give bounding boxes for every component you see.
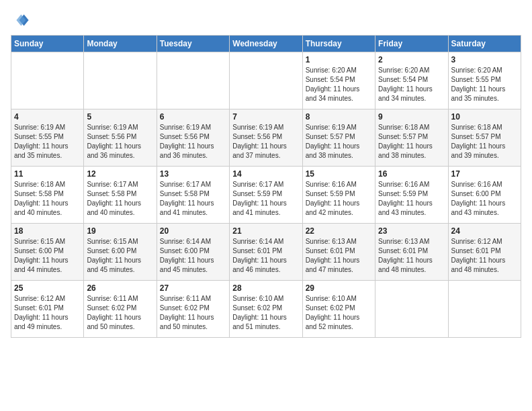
calendar-cell: 5Sunrise: 6:19 AM Sunset: 5:56 PM Daylig… xyxy=(84,109,157,167)
day-number: 20 xyxy=(160,226,226,236)
cell-info: Sunrise: 6:20 AM Sunset: 5:54 PM Dayligh… xyxy=(306,66,372,103)
day-number: 3 xyxy=(451,55,518,64)
calendar-week-row: 18Sunrise: 6:15 AM Sunset: 6:00 PM Dayli… xyxy=(11,224,521,281)
calendar-cell: 13Sunrise: 6:17 AM Sunset: 5:58 PM Dayli… xyxy=(157,167,229,224)
day-number: 21 xyxy=(232,226,299,236)
day-number: 13 xyxy=(160,169,226,179)
calendar-cell: 19Sunrise: 6:15 AM Sunset: 6:00 PM Dayli… xyxy=(84,224,157,281)
calendar-cell: 17Sunrise: 6:16 AM Sunset: 6:00 PM Dayli… xyxy=(448,167,521,224)
calendar-header-row: SundayMondayTuesdayWednesdayThursdayFrid… xyxy=(11,36,521,52)
cell-info: Sunrise: 6:16 AM Sunset: 5:59 PM Dayligh… xyxy=(378,180,445,218)
calendar-cell: 29Sunrise: 6:10 AM Sunset: 6:02 PM Dayli… xyxy=(302,281,375,338)
calendar-cell xyxy=(230,52,302,109)
header-day: Sunday xyxy=(11,36,84,52)
calendar-cell: 23Sunrise: 6:13 AM Sunset: 6:01 PM Dayli… xyxy=(375,224,448,281)
calendar-week-row: 25Sunrise: 6:12 AM Sunset: 6:01 PM Dayli… xyxy=(11,281,521,338)
cell-info: Sunrise: 6:17 AM Sunset: 5:59 PM Dayligh… xyxy=(232,180,299,218)
calendar-cell: 27Sunrise: 6:11 AM Sunset: 6:02 PM Dayli… xyxy=(157,281,229,338)
calendar-cell: 18Sunrise: 6:15 AM Sunset: 6:00 PM Dayli… xyxy=(11,224,84,281)
calendar-cell: 16Sunrise: 6:16 AM Sunset: 5:59 PM Dayli… xyxy=(375,167,448,224)
cell-info: Sunrise: 6:19 AM Sunset: 5:56 PM Dayligh… xyxy=(160,123,226,161)
day-number: 24 xyxy=(451,226,518,236)
calendar-cell: 4Sunrise: 6:19 AM Sunset: 5:55 PM Daylig… xyxy=(11,109,84,167)
calendar-cell: 3Sunrise: 6:20 AM Sunset: 5:55 PM Daylig… xyxy=(448,52,521,109)
cell-info: Sunrise: 6:18 AM Sunset: 5:57 PM Dayligh… xyxy=(451,123,518,161)
cell-info: Sunrise: 6:12 AM Sunset: 6:01 PM Dayligh… xyxy=(14,294,81,332)
cell-info: Sunrise: 6:19 AM Sunset: 5:57 PM Dayligh… xyxy=(306,123,372,161)
calendar-cell xyxy=(375,281,448,338)
day-number: 14 xyxy=(232,169,299,179)
cell-info: Sunrise: 6:14 AM Sunset: 6:01 PM Dayligh… xyxy=(232,237,299,275)
calendar-cell xyxy=(448,281,521,338)
calendar-cell: 2Sunrise: 6:20 AM Sunset: 5:54 PM Daylig… xyxy=(375,52,448,109)
day-number: 17 xyxy=(451,169,518,179)
calendar-cell xyxy=(157,52,229,109)
calendar-cell: 12Sunrise: 6:17 AM Sunset: 5:58 PM Dayli… xyxy=(84,167,157,224)
day-number: 6 xyxy=(160,112,226,122)
cell-info: Sunrise: 6:10 AM Sunset: 6:02 PM Dayligh… xyxy=(306,294,372,332)
cell-info: Sunrise: 6:11 AM Sunset: 6:02 PM Dayligh… xyxy=(87,294,153,332)
day-number: 22 xyxy=(306,226,372,236)
header-day: Thursday xyxy=(302,36,375,52)
cell-info: Sunrise: 6:15 AM Sunset: 6:00 PM Dayligh… xyxy=(14,237,81,275)
cell-info: Sunrise: 6:19 AM Sunset: 5:56 PM Dayligh… xyxy=(87,123,153,161)
cell-info: Sunrise: 6:12 AM Sunset: 6:01 PM Dayligh… xyxy=(451,237,518,275)
header-day: Friday xyxy=(375,36,448,52)
day-number: 5 xyxy=(87,112,153,122)
calendar-week-row: 1Sunrise: 6:20 AM Sunset: 5:54 PM Daylig… xyxy=(11,52,521,109)
header-day: Tuesday xyxy=(157,36,229,52)
day-number: 18 xyxy=(14,226,81,236)
calendar-cell: 25Sunrise: 6:12 AM Sunset: 6:01 PM Dayli… xyxy=(11,281,84,338)
day-number: 28 xyxy=(232,283,299,293)
calendar-cell: 22Sunrise: 6:13 AM Sunset: 6:01 PM Dayli… xyxy=(302,224,375,281)
calendar-cell: 10Sunrise: 6:18 AM Sunset: 5:57 PM Dayli… xyxy=(448,109,521,167)
cell-info: Sunrise: 6:14 AM Sunset: 6:00 PM Dayligh… xyxy=(160,237,226,275)
cell-info: Sunrise: 6:17 AM Sunset: 5:58 PM Dayligh… xyxy=(160,180,226,218)
cell-info: Sunrise: 6:13 AM Sunset: 6:01 PM Dayligh… xyxy=(306,237,372,275)
day-number: 27 xyxy=(160,283,226,293)
calendar-cell: 26Sunrise: 6:11 AM Sunset: 6:02 PM Dayli… xyxy=(84,281,157,338)
calendar-cell: 1Sunrise: 6:20 AM Sunset: 5:54 PM Daylig… xyxy=(302,52,375,109)
cell-info: Sunrise: 6:20 AM Sunset: 5:54 PM Dayligh… xyxy=(378,66,445,103)
header-day: Monday xyxy=(84,36,157,52)
header xyxy=(11,11,521,30)
day-number: 11 xyxy=(14,169,81,179)
header-day: Wednesday xyxy=(230,36,302,52)
logo xyxy=(11,11,32,30)
calendar-cell xyxy=(11,52,84,109)
calendar-body: 1Sunrise: 6:20 AM Sunset: 5:54 PM Daylig… xyxy=(11,52,521,338)
calendar-cell: 11Sunrise: 6:18 AM Sunset: 5:58 PM Dayli… xyxy=(11,167,84,224)
calendar-cell: 15Sunrise: 6:16 AM Sunset: 5:59 PM Dayli… xyxy=(302,167,375,224)
calendar-cell: 6Sunrise: 6:19 AM Sunset: 5:56 PM Daylig… xyxy=(157,109,229,167)
calendar-cell: 14Sunrise: 6:17 AM Sunset: 5:59 PM Dayli… xyxy=(230,167,302,224)
day-number: 8 xyxy=(306,112,372,122)
day-number: 7 xyxy=(232,112,299,122)
cell-info: Sunrise: 6:19 AM Sunset: 5:56 PM Dayligh… xyxy=(232,123,299,161)
cell-info: Sunrise: 6:11 AM Sunset: 6:02 PM Dayligh… xyxy=(160,294,226,332)
cell-info: Sunrise: 6:18 AM Sunset: 5:57 PM Dayligh… xyxy=(378,123,445,161)
calendar-cell: 24Sunrise: 6:12 AM Sunset: 6:01 PM Dayli… xyxy=(448,224,521,281)
cell-info: Sunrise: 6:15 AM Sunset: 6:00 PM Dayligh… xyxy=(87,237,153,275)
cell-info: Sunrise: 6:18 AM Sunset: 5:58 PM Dayligh… xyxy=(14,180,81,218)
cell-info: Sunrise: 6:20 AM Sunset: 5:55 PM Dayligh… xyxy=(451,66,518,103)
calendar-cell: 28Sunrise: 6:10 AM Sunset: 6:02 PM Dayli… xyxy=(230,281,302,338)
day-number: 1 xyxy=(306,55,372,64)
calendar-cell: 7Sunrise: 6:19 AM Sunset: 5:56 PM Daylig… xyxy=(230,109,302,167)
calendar-cell: 8Sunrise: 6:19 AM Sunset: 5:57 PM Daylig… xyxy=(302,109,375,167)
cell-info: Sunrise: 6:16 AM Sunset: 6:00 PM Dayligh… xyxy=(451,180,518,218)
calendar-cell: 21Sunrise: 6:14 AM Sunset: 6:01 PM Dayli… xyxy=(230,224,302,281)
logo-icon xyxy=(11,11,30,30)
day-number: 19 xyxy=(87,226,153,236)
cell-info: Sunrise: 6:17 AM Sunset: 5:58 PM Dayligh… xyxy=(87,180,153,218)
cell-info: Sunrise: 6:13 AM Sunset: 6:01 PM Dayligh… xyxy=(378,237,445,275)
cell-info: Sunrise: 6:16 AM Sunset: 5:59 PM Dayligh… xyxy=(306,180,372,218)
day-number: 12 xyxy=(87,169,153,179)
calendar-week-row: 4Sunrise: 6:19 AM Sunset: 5:55 PM Daylig… xyxy=(11,109,521,167)
calendar-cell xyxy=(84,52,157,109)
cell-info: Sunrise: 6:10 AM Sunset: 6:02 PM Dayligh… xyxy=(232,294,299,332)
day-number: 4 xyxy=(14,112,81,122)
cell-info: Sunrise: 6:19 AM Sunset: 5:55 PM Dayligh… xyxy=(14,123,81,161)
day-number: 15 xyxy=(306,169,372,179)
day-number: 10 xyxy=(451,112,518,122)
calendar-table: SundayMondayTuesdayWednesdayThursdayFrid… xyxy=(11,35,521,338)
